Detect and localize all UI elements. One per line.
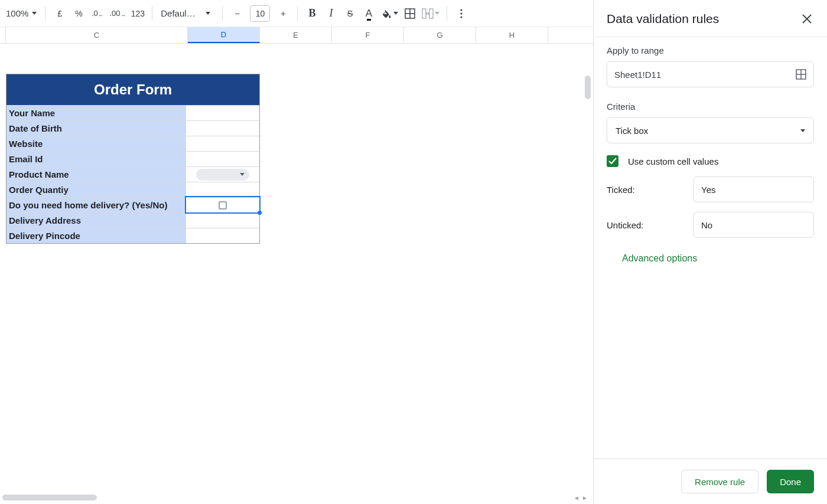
more-button[interactable]: [452, 4, 471, 23]
percent-button[interactable]: %: [69, 4, 88, 23]
number-format-button[interactable]: 123: [128, 4, 147, 23]
separator: [45, 6, 45, 21]
chevron-down-icon: [393, 12, 398, 15]
unticked-input[interactable]: No: [693, 212, 814, 238]
form-row-label: Email Id: [6, 151, 186, 166]
separator: [222, 6, 223, 21]
form-row: Delivery Pincode: [6, 228, 259, 243]
criteria-dropdown[interactable]: Tick box: [607, 117, 814, 143]
text-color-button[interactable]: A: [359, 4, 378, 23]
decrease-font-button[interactable]: −: [227, 4, 246, 23]
chevron-down-icon: [206, 12, 210, 15]
scroll-left-button[interactable]: ◄: [573, 494, 580, 501]
form-row-value-cell[interactable]: [186, 197, 259, 212]
form-row-label: Delivery Pincode: [6, 228, 186, 243]
chevron-down-icon: [32, 12, 37, 15]
column-header-H[interactable]: H: [476, 27, 548, 43]
order-form-range: Order Form Your NameDate of BirthWebsite…: [6, 74, 260, 244]
form-row-value-cell[interactable]: [186, 151, 259, 166]
bold-button[interactable]: B: [302, 4, 321, 23]
borders-icon: [405, 8, 415, 19]
form-row-value-cell[interactable]: [186, 120, 259, 136]
form-row-value-cell[interactable]: [186, 136, 259, 151]
range-select-icon: [796, 69, 806, 80]
close-panel-button[interactable]: [800, 12, 814, 26]
close-icon: [802, 14, 812, 24]
form-row-label: Your Name: [6, 105, 186, 120]
chevron-down-icon: [435, 12, 439, 15]
form-row-label: Do you need home delivery? (Yes/No): [6, 197, 186, 212]
vertical-scrollbar-thumb[interactable]: [585, 76, 591, 99]
fill-color-button[interactable]: [378, 4, 401, 23]
ticked-input[interactable]: Yes: [693, 176, 814, 202]
custom-values-row: Use custom cell values: [607, 155, 814, 167]
chevron-down-icon: [240, 173, 245, 176]
panel-title: Data validation rules: [607, 12, 719, 26]
scroll-right-button[interactable]: ►: [581, 494, 588, 501]
ticked-row: Ticked: Yes: [607, 176, 814, 202]
currency-pound-button[interactable]: £: [50, 4, 69, 23]
horizontal-scrollbar-thumb[interactable]: [2, 495, 97, 500]
delivery-checkbox[interactable]: [219, 201, 227, 210]
svg-point-1: [461, 12, 463, 14]
form-row: Do you need home delivery? (Yes/No): [6, 197, 259, 212]
decrease-decimal-button[interactable]: .0←: [88, 4, 107, 23]
borders-button[interactable]: [401, 4, 419, 23]
form-row-label: Date of Birth: [6, 120, 186, 136]
italic-button[interactable]: I: [321, 4, 340, 23]
svg-point-0: [461, 9, 463, 11]
column-header-C[interactable]: C: [6, 27, 188, 43]
ticked-label: Ticked:: [607, 185, 635, 195]
form-row-value-cell[interactable]: [186, 228, 259, 243]
form-row: Website: [6, 136, 259, 151]
panel-header: Data validation rules: [594, 0, 827, 37]
remove-rule-button[interactable]: Remove rule: [681, 470, 758, 493]
form-row: Delivery Address: [6, 212, 259, 228]
data-validation-panel: Data validation rules Apply to range She…: [593, 0, 827, 504]
done-button[interactable]: Done: [767, 470, 814, 493]
advanced-options-button[interactable]: Advanced options: [622, 253, 814, 264]
column-header-G[interactable]: G: [404, 27, 476, 43]
apply-range-label: Apply to range: [607, 45, 814, 55]
form-row-label: Website: [6, 136, 186, 151]
apply-range-input[interactable]: Sheet1!D11: [607, 61, 814, 87]
panel-body: Apply to range Sheet1!D11 Criteria Tick …: [594, 37, 827, 459]
form-row: Your Name: [6, 105, 259, 120]
form-row-label: Product Name: [6, 166, 186, 182]
form-row-value-cell[interactable]: [186, 166, 259, 182]
form-row: Email Id: [6, 151, 259, 166]
font-size-input[interactable]: 10: [250, 5, 270, 22]
zoom-dropdown[interactable]: 100%: [2, 4, 40, 23]
strikethrough-button[interactable]: S: [340, 4, 359, 23]
merge-cells-button[interactable]: [419, 4, 442, 23]
paint-bucket-icon: [380, 8, 392, 19]
column-header-F[interactable]: F: [332, 27, 404, 43]
more-vert-icon: [460, 9, 463, 18]
zoom-value: 100%: [6, 8, 28, 18]
svg-point-2: [461, 16, 463, 18]
horizontal-scrollbar: ◄ ►: [0, 493, 592, 502]
form-row-value-cell[interactable]: [186, 182, 259, 197]
form-row: Date of Birth: [6, 120, 259, 136]
column-header-E[interactable]: E: [260, 27, 332, 43]
form-row: Product Name: [6, 166, 259, 182]
custom-values-label: Use custom cell values: [628, 156, 718, 166]
unticked-label: Unticked:: [607, 220, 644, 230]
form-row-value-cell[interactable]: [186, 212, 259, 228]
increase-decimal-button[interactable]: .00→: [107, 4, 128, 23]
font-family-dropdown[interactable]: Defaul…: [157, 4, 198, 23]
increase-font-button[interactable]: +: [274, 4, 292, 23]
form-row-label: Order Quantiy: [6, 182, 186, 197]
separator: [447, 6, 447, 21]
criteria-label: Criteria: [607, 102, 814, 112]
merge-icon: [422, 8, 434, 19]
separator: [152, 6, 152, 21]
form-row-label: Delivery Address: [6, 212, 186, 228]
custom-values-checkbox[interactable]: [607, 155, 618, 167]
form-row-value-cell[interactable]: [186, 105, 259, 120]
form-row: Order Quantiy: [6, 182, 259, 197]
column-header-D[interactable]: D: [188, 27, 260, 43]
product-dropdown[interactable]: [196, 169, 249, 181]
font-family-dropdown-arrow[interactable]: [198, 4, 217, 23]
apply-range-value: Sheet1!D11: [614, 70, 661, 80]
